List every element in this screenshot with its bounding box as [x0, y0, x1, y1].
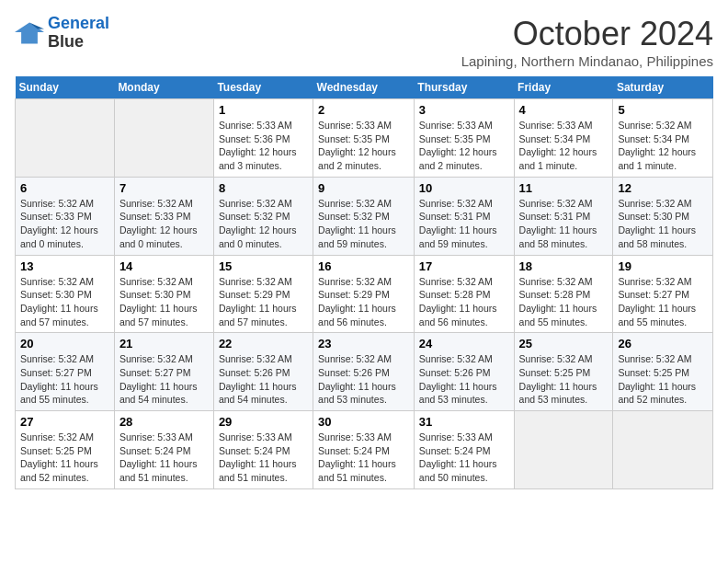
day-cell: 2Sunrise: 5:33 AM Sunset: 5:35 PM Daylig… [313, 99, 415, 178]
day-cell: 13Sunrise: 5:32 AM Sunset: 5:30 PM Dayli… [16, 255, 115, 333]
day-detail: Sunrise: 5:32 AM Sunset: 5:34 PM Dayligh… [618, 119, 708, 173]
day-detail: Sunrise: 5:32 AM Sunset: 5:29 PM Dayligh… [219, 275, 308, 329]
day-detail: Sunrise: 5:32 AM Sunset: 5:30 PM Dayligh… [618, 197, 708, 251]
day-header-tuesday: Tuesday [213, 76, 313, 99]
day-cell: 14Sunrise: 5:32 AM Sunset: 5:30 PM Dayli… [114, 255, 213, 333]
day-number: 22 [219, 337, 308, 350]
day-number: 9 [318, 181, 409, 195]
day-cell: 12Sunrise: 5:32 AM Sunset: 5:30 PM Dayli… [613, 177, 713, 255]
day-cell: 23Sunrise: 5:32 AM Sunset: 5:26 PM Dayli… [313, 333, 415, 411]
day-number: 26 [618, 337, 708, 350]
day-number: 2 [318, 103, 409, 117]
day-header-wednesday: Wednesday [313, 76, 415, 99]
week-row-3: 13Sunrise: 5:32 AM Sunset: 5:30 PM Dayli… [16, 255, 713, 333]
day-detail: Sunrise: 5:32 AM Sunset: 5:30 PM Dayligh… [20, 275, 109, 329]
day-detail: Sunrise: 5:32 AM Sunset: 5:30 PM Dayligh… [119, 275, 209, 329]
day-cell: 8Sunrise: 5:32 AM Sunset: 5:32 PM Daylig… [213, 177, 313, 255]
day-detail: Sunrise: 5:33 AM Sunset: 5:36 PM Dayligh… [219, 119, 308, 173]
day-cell [514, 411, 613, 489]
day-number: 10 [419, 181, 509, 195]
day-cell: 22Sunrise: 5:32 AM Sunset: 5:26 PM Dayli… [213, 333, 313, 411]
day-cell: 9Sunrise: 5:32 AM Sunset: 5:32 PM Daylig… [313, 177, 415, 255]
month-title: October 2024 [461, 15, 713, 53]
day-detail: Sunrise: 5:32 AM Sunset: 5:27 PM Dayligh… [119, 352, 209, 407]
day-number: 25 [519, 337, 609, 350]
day-cell [114, 99, 213, 178]
day-detail: Sunrise: 5:32 AM Sunset: 5:28 PM Dayligh… [519, 275, 609, 329]
day-number: 6 [20, 181, 109, 195]
day-detail: Sunrise: 5:32 AM Sunset: 5:26 PM Dayligh… [318, 352, 409, 407]
day-header-monday: Monday [114, 76, 213, 99]
location-title: Lapining, Northern Mindanao, Philippines [461, 53, 713, 69]
day-detail: Sunrise: 5:32 AM Sunset: 5:31 PM Dayligh… [519, 197, 609, 251]
day-cell: 30Sunrise: 5:33 AM Sunset: 5:24 PM Dayli… [313, 411, 415, 489]
day-number: 13 [20, 259, 109, 273]
day-number: 28 [119, 415, 209, 429]
day-detail: Sunrise: 5:32 AM Sunset: 5:28 PM Dayligh… [419, 275, 509, 329]
day-number: 18 [519, 259, 609, 273]
day-number: 24 [419, 337, 509, 350]
day-number: 31 [419, 415, 509, 429]
calendar-body: 1Sunrise: 5:33 AM Sunset: 5:36 PM Daylig… [16, 99, 713, 489]
day-number: 30 [318, 415, 409, 429]
day-detail: Sunrise: 5:33 AM Sunset: 5:24 PM Dayligh… [419, 431, 509, 485]
week-row-4: 20Sunrise: 5:32 AM Sunset: 5:27 PM Dayli… [16, 333, 713, 411]
day-cell: 5Sunrise: 5:32 AM Sunset: 5:34 PM Daylig… [613, 99, 713, 178]
day-cell: 21Sunrise: 5:32 AM Sunset: 5:27 PM Dayli… [114, 333, 213, 411]
day-cell: 18Sunrise: 5:32 AM Sunset: 5:28 PM Dayli… [514, 255, 613, 333]
day-number: 1 [219, 103, 308, 117]
day-number: 27 [20, 415, 109, 429]
day-number: 23 [318, 337, 409, 350]
week-row-2: 6Sunrise: 5:32 AM Sunset: 5:33 PM Daylig… [16, 177, 713, 255]
day-cell: 7Sunrise: 5:32 AM Sunset: 5:33 PM Daylig… [114, 177, 213, 255]
day-header-sunday: Sunday [16, 76, 115, 99]
day-cell [613, 411, 713, 489]
day-detail: Sunrise: 5:32 AM Sunset: 5:29 PM Dayligh… [318, 275, 409, 329]
calendar-header: SundayMondayTuesdayWednesdayThursdayFrid… [16, 76, 713, 99]
day-detail: Sunrise: 5:32 AM Sunset: 5:26 PM Dayligh… [419, 352, 509, 407]
day-cell: 20Sunrise: 5:32 AM Sunset: 5:27 PM Dayli… [16, 333, 115, 411]
week-row-1: 1Sunrise: 5:33 AM Sunset: 5:36 PM Daylig… [16, 99, 713, 178]
day-detail: Sunrise: 5:32 AM Sunset: 5:26 PM Dayligh… [219, 352, 308, 407]
day-detail: Sunrise: 5:32 AM Sunset: 5:33 PM Dayligh… [119, 197, 209, 251]
page-header: General Blue October 2024 Lapining, Nort… [15, 15, 713, 69]
day-number: 17 [419, 259, 509, 273]
day-number: 5 [618, 103, 708, 117]
day-cell: 19Sunrise: 5:32 AM Sunset: 5:27 PM Dayli… [613, 255, 713, 333]
day-detail: Sunrise: 5:32 AM Sunset: 5:27 PM Dayligh… [20, 352, 109, 407]
day-number: 29 [219, 415, 308, 429]
day-number: 4 [519, 103, 609, 117]
day-detail: Sunrise: 5:33 AM Sunset: 5:24 PM Dayligh… [318, 431, 409, 485]
day-number: 14 [119, 259, 209, 273]
day-detail: Sunrise: 5:33 AM Sunset: 5:24 PM Dayligh… [219, 431, 308, 485]
week-row-5: 27Sunrise: 5:32 AM Sunset: 5:25 PM Dayli… [16, 411, 713, 489]
day-detail: Sunrise: 5:32 AM Sunset: 5:25 PM Dayligh… [519, 352, 609, 407]
day-cell: 6Sunrise: 5:32 AM Sunset: 5:33 PM Daylig… [16, 177, 115, 255]
calendar-table: SundayMondayTuesdayWednesdayThursdayFrid… [15, 76, 713, 489]
day-detail: Sunrise: 5:33 AM Sunset: 5:34 PM Dayligh… [519, 119, 609, 173]
day-header-thursday: Thursday [414, 76, 514, 99]
day-number: 21 [119, 337, 209, 350]
day-detail: Sunrise: 5:33 AM Sunset: 5:24 PM Dayligh… [119, 431, 209, 485]
title-block: October 2024 Lapining, Northern Mindanao… [461, 15, 713, 69]
day-number: 20 [20, 337, 109, 350]
day-number: 15 [219, 259, 308, 273]
day-cell: 17Sunrise: 5:32 AM Sunset: 5:28 PM Dayli… [414, 255, 514, 333]
day-detail: Sunrise: 5:32 AM Sunset: 5:25 PM Dayligh… [20, 431, 109, 485]
day-number: 16 [318, 259, 409, 273]
day-detail: Sunrise: 5:32 AM Sunset: 5:27 PM Dayligh… [618, 275, 708, 329]
day-header-friday: Friday [514, 76, 613, 99]
svg-marker-0 [15, 22, 44, 43]
day-detail: Sunrise: 5:32 AM Sunset: 5:32 PM Dayligh… [219, 197, 308, 251]
day-cell: 26Sunrise: 5:32 AM Sunset: 5:25 PM Dayli… [613, 333, 713, 411]
day-cell: 16Sunrise: 5:32 AM Sunset: 5:29 PM Dayli… [313, 255, 415, 333]
day-cell: 24Sunrise: 5:32 AM Sunset: 5:26 PM Dayli… [414, 333, 514, 411]
day-detail: Sunrise: 5:32 AM Sunset: 5:31 PM Dayligh… [419, 197, 509, 251]
logo-text: General Blue [48, 15, 109, 52]
day-detail: Sunrise: 5:32 AM Sunset: 5:32 PM Dayligh… [318, 197, 409, 251]
day-cell: 28Sunrise: 5:33 AM Sunset: 5:24 PM Dayli… [114, 411, 213, 489]
day-number: 19 [618, 259, 708, 273]
day-number: 3 [419, 103, 509, 117]
day-cell: 25Sunrise: 5:32 AM Sunset: 5:25 PM Dayli… [514, 333, 613, 411]
day-detail: Sunrise: 5:32 AM Sunset: 5:25 PM Dayligh… [618, 352, 708, 407]
